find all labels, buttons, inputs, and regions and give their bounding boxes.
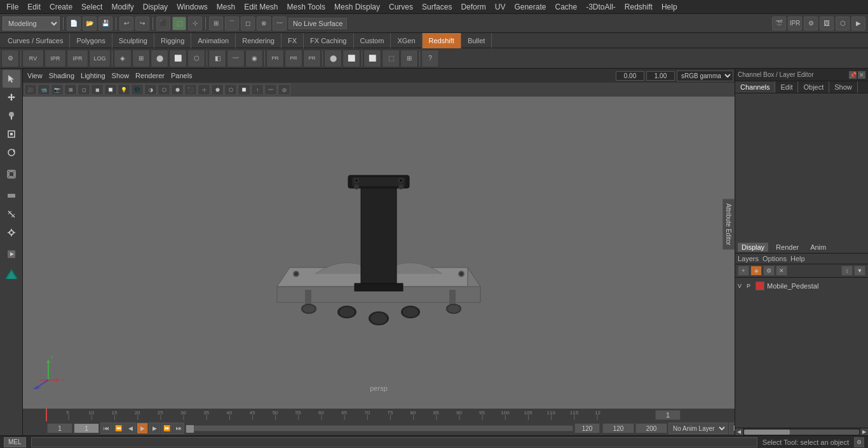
no-live-surface[interactable]: No Live Surface — [288, 18, 347, 29]
tab-custom[interactable]: Custom — [354, 33, 391, 48]
lasso-icon[interactable]: ⬚ — [172, 17, 186, 31]
channel-close-icon[interactable]: ✕ — [858, 71, 865, 79]
menu-modify[interactable]: Modify — [107, 1, 137, 13]
play-fwd-btn[interactable]: ▶ — [137, 423, 148, 434]
ch-tab-show[interactable]: Show — [829, 81, 858, 93]
ch-tab-channels[interactable]: Channels — [735, 81, 775, 93]
undo-icon[interactable]: ↩ — [119, 17, 133, 31]
status-script-icon[interactable]: ⚙ — [854, 437, 864, 447]
soft-select-left-icon[interactable] — [3, 165, 20, 183]
menu-surfaces[interactable]: Surfaces — [418, 1, 456, 13]
ch-tab-edit[interactable]: Edit — [775, 81, 798, 93]
vp-poly-icon[interactable]: ⬟ — [211, 84, 224, 95]
play-prev-btn[interactable]: ◀ — [125, 423, 136, 434]
menu-display[interactable]: Display — [139, 1, 172, 13]
magnet-icon[interactable]: ⊗ — [257, 17, 271, 31]
soft-select-icon[interactable]: 〰 — [273, 17, 287, 31]
scale-tool-icon[interactable] — [3, 125, 20, 143]
play-first-btn[interactable]: ⏮ — [100, 423, 112, 434]
workspace-selector[interactable]: Modeling — [3, 17, 60, 31]
layer-sort-icon[interactable]: ↕ — [841, 266, 853, 276]
tab-fx-caching[interactable]: FX Caching — [304, 33, 353, 48]
mel-indicator[interactable]: MEL — [4, 437, 26, 447]
shape-diamond[interactable]: ◈ — [114, 50, 132, 67]
menu-windows[interactable]: Windows — [173, 1, 212, 13]
tab-xgen[interactable]: XGen — [391, 33, 422, 48]
scroll-thumb[interactable] — [744, 430, 790, 435]
paint-tool-icon[interactable] — [3, 107, 20, 125]
vp-light-icon[interactable]: 💡 — [118, 84, 130, 95]
rs-bowl2-icon[interactable]: ⬜ — [342, 50, 360, 67]
anim-layer-select[interactable]: No Anim Layer — [668, 423, 728, 434]
snap-curve-icon[interactable]: ⌒ — [225, 17, 239, 31]
display-tab-display[interactable]: Display — [738, 243, 768, 252]
render-settings-icon[interactable]: ⚙ — [804, 17, 818, 31]
vp-cam-icon[interactable]: 🎥 — [24, 84, 37, 95]
snap-surface-icon[interactable]: ◻ — [241, 17, 255, 31]
redo-icon[interactable]: ↪ — [135, 17, 149, 31]
vp-norm-icon[interactable]: ↑ — [251, 84, 264, 95]
rs-wave-icon[interactable]: 〰 — [227, 50, 245, 67]
rs-light2-icon[interactable]: ⬚ — [382, 50, 400, 67]
hypershade-icon[interactable]: ⬡ — [836, 17, 850, 31]
attribute-editor-tab[interactable]: Attribute Editor — [722, 198, 735, 249]
vp-shading-menu[interactable]: Shading — [46, 71, 78, 81]
layer-menu-help[interactable]: Help — [790, 255, 805, 262]
menu-edit-mesh[interactable]: Edit Mesh — [240, 1, 281, 13]
vp-renderer-menu[interactable]: Renderer — [132, 71, 168, 81]
shape-cylinder[interactable]: ⬜ — [169, 50, 187, 67]
select-mode-icon[interactable]: ⬛ — [156, 17, 170, 31]
viewport[interactable]: View Shading Lighting Show Renderer Pane… — [23, 69, 735, 409]
tab-redshift[interactable]: Redshift — [423, 33, 461, 48]
maya-icon[interactable] — [3, 266, 20, 284]
move-tool-icon[interactable] — [3, 88, 20, 106]
menu-uv[interactable]: UV — [491, 1, 510, 13]
range-end-input[interactable] — [574, 423, 600, 433]
menu-file[interactable]: File — [3, 1, 22, 13]
save-scene-icon[interactable]: 💾 — [98, 17, 112, 31]
layer-menu-layers[interactable]: Layers — [738, 255, 759, 262]
menu-select[interactable]: Select — [78, 1, 106, 13]
render-icon[interactable]: 🎬 — [772, 17, 786, 31]
rs-pr2-icon[interactable]: PR — [285, 50, 302, 67]
tab-rigging[interactable]: Rigging — [154, 33, 191, 48]
scroll-left-arrow[interactable]: ◀ — [735, 428, 743, 436]
scroll-track[interactable] — [744, 430, 859, 435]
new-scene-icon[interactable]: 📄 — [67, 17, 81, 31]
rs-rv-icon[interactable]: RV — [22, 50, 44, 67]
play-last-btn[interactable]: ⏭ — [173, 423, 184, 434]
current-time-input[interactable] — [655, 410, 681, 420]
menu-edit[interactable]: Edit — [24, 1, 44, 13]
menu-create[interactable]: Create — [46, 1, 76, 13]
command-input[interactable] — [31, 437, 757, 447]
vp-shade-icon[interactable]: ◼ — [91, 84, 104, 95]
snap-point-icon[interactable]: ⊹ — [188, 17, 202, 31]
vp-iso-icon[interactable]: ⬢ — [171, 84, 184, 95]
timeline-ruler[interactable]: 5 10 15 20 25 30 35 — [46, 409, 601, 421]
vp-snap-icon[interactable]: ⊹ — [198, 84, 210, 95]
menu-3dtoall[interactable]: -3DtoAll- — [582, 1, 620, 13]
channel-scrollbar[interactable]: ◀ ▶ — [735, 428, 868, 435]
rotate-tool-icon[interactable] — [3, 144, 20, 161]
menu-curves[interactable]: Curves — [385, 1, 417, 13]
layer-del-icon[interactable]: ✕ — [776, 266, 787, 276]
menu-mesh[interactable]: Mesh — [213, 1, 239, 13]
vp-lighting-menu[interactable]: Lighting — [78, 71, 109, 81]
shape-plane[interactable]: ⬡ — [187, 50, 205, 67]
rs-help-icon[interactable]: ? — [421, 50, 439, 67]
play-next-key-btn[interactable]: ⏩ — [161, 423, 172, 434]
menu-cache[interactable]: Cache — [551, 1, 581, 13]
snap-left-icon[interactable] — [3, 205, 20, 223]
select-tool-icon[interactable] — [3, 70, 20, 88]
range-track[interactable] — [186, 425, 573, 431]
vp-sel-icon[interactable]: ◎ — [278, 84, 290, 95]
tab-curves-surfaces[interactable]: Curves / Surfaces — [1, 33, 70, 48]
render-left-icon[interactable] — [3, 245, 20, 263]
menu-redshift[interactable]: Redshift — [621, 1, 656, 13]
ipr-icon[interactable]: IPR — [788, 17, 802, 31]
shape-sphere[interactable]: ⬤ — [151, 50, 168, 67]
vp-grid-icon[interactable]: ⊞ — [64, 84, 77, 95]
playback-end-input[interactable] — [602, 423, 634, 433]
rs-log-icon[interactable]: LOG — [89, 50, 111, 67]
vp-xray-icon[interactable]: ⬡ — [158, 84, 170, 95]
